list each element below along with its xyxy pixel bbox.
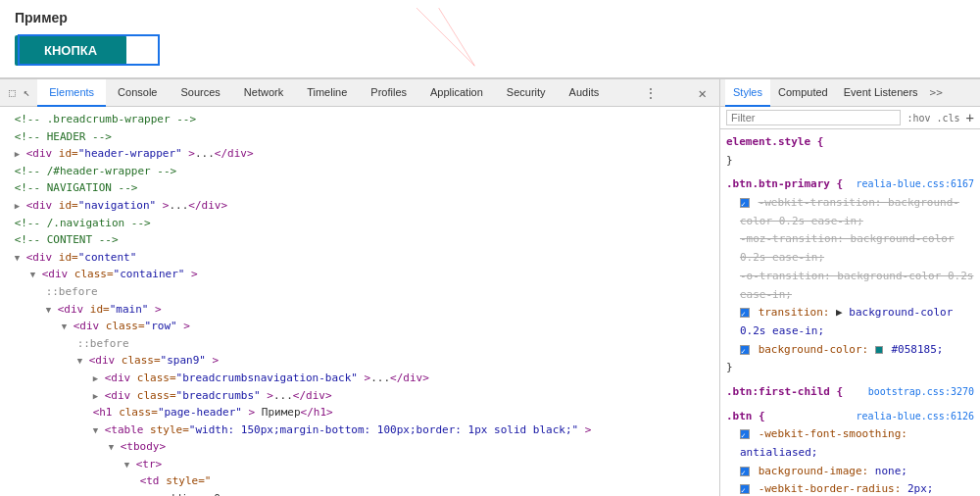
html-line: <h1 class="page-header" > Пример</h1> xyxy=(0,404,719,422)
html-line: ▶ <div class="breadcrumbs" >...</div> xyxy=(0,387,719,405)
html-line: ▼ <div class="span9" > xyxy=(0,352,719,370)
html-line: ▼ <tr> xyxy=(0,456,719,473)
tab-security[interactable]: Security xyxy=(495,79,558,107)
styles-filter: :hov .cls + xyxy=(720,107,980,129)
html-line: <!-- .breadcrumb-wrapper --> xyxy=(0,111,719,128)
html-line: ▼ <div id="main" > xyxy=(0,301,719,319)
html-line: <!-- /.navigation --> xyxy=(0,215,719,232)
more-styles-icon[interactable]: >> xyxy=(930,86,943,99)
preview-area: Пример КНОПКА xyxy=(0,0,980,78)
more-tabs-icon[interactable]: ⋮ xyxy=(636,81,665,105)
html-line: <!-- /#header-wrapper --> xyxy=(0,163,719,180)
style-rule-btn: .btn { realia-blue.css:6126 -webkit-font… xyxy=(726,408,974,496)
filter-input[interactable] xyxy=(726,110,901,125)
tab-sources[interactable]: Sources xyxy=(169,79,231,107)
devtools-tabs: ⬚ ↖ Elements Console Sources Network Tim… xyxy=(0,79,719,107)
tab-computed[interactable]: Computed xyxy=(770,79,836,107)
filter-hint: :hov .cls xyxy=(906,113,959,124)
prop-checkbox[interactable] xyxy=(740,429,750,439)
tab-event-listeners[interactable]: Event Listeners xyxy=(836,79,926,107)
html-line: <!-- NAVIGATION --> xyxy=(0,179,719,197)
preview-title: Пример xyxy=(15,10,965,25)
tab-application[interactable]: Application xyxy=(418,79,495,107)
prop-checkbox[interactable] xyxy=(740,345,750,355)
tab-network[interactable]: Network xyxy=(232,79,295,107)
prop-checkbox[interactable] xyxy=(740,198,750,208)
html-line: ▶ <div class="breadcrumbsnavigation-back… xyxy=(0,370,719,387)
elements-panel: ⬚ ↖ Elements Console Sources Network Tim… xyxy=(0,79,720,496)
close-devtools-icon[interactable]: ✕ xyxy=(691,81,714,105)
style-rule-element: element.style { } xyxy=(726,133,974,170)
cursor-icon[interactable]: ↖ xyxy=(20,86,34,99)
color-swatch[interactable] xyxy=(875,346,883,354)
html-line: padding: 0px; xyxy=(0,490,719,496)
html-line: ::before xyxy=(0,283,719,301)
html-line: ▶ <div id="header-wrapper" >...</div> xyxy=(0,145,719,163)
devtools-container: ⬚ ↖ Elements Console Sources Network Tim… xyxy=(0,78,980,496)
styles-panel: Styles Computed Event Listeners >> :hov … xyxy=(720,79,980,496)
tab-console[interactable]: Console xyxy=(106,79,169,107)
prop-checkbox[interactable] xyxy=(740,467,750,476)
prop-checkbox[interactable] xyxy=(740,308,750,318)
tab-audits[interactable]: Audits xyxy=(558,79,612,107)
html-line: ::before xyxy=(0,335,719,353)
html-line: ▼ <div class="row" > xyxy=(0,318,719,335)
styles-content[interactable]: element.style { } .btn.btn-primary { rea… xyxy=(720,129,980,496)
tab-elements[interactable]: Elements xyxy=(37,79,106,107)
preview-button[interactable]: КНОПКА xyxy=(15,35,126,66)
style-rule-btn-first-child: .btn:first-child { bootstrap.css:3270 xyxy=(726,383,974,402)
html-line: <!-- HEADER --> xyxy=(0,128,719,146)
html-line: ▼ <div class="container" > xyxy=(0,266,719,283)
html-line: ▼ <tbody> xyxy=(0,438,719,456)
html-line: ▼ <div id="content" xyxy=(0,249,719,267)
tab-styles[interactable]: Styles xyxy=(725,79,770,107)
tab-timeline[interactable]: Timeline xyxy=(295,79,359,107)
styles-tabs: Styles Computed Event Listeners >> xyxy=(720,79,980,107)
html-line: <td style=" xyxy=(0,472,719,490)
prop-checkbox[interactable] xyxy=(740,484,750,494)
tab-profiles[interactable]: Profiles xyxy=(359,79,418,107)
html-line: ▶ <div id="navigation" >...</div> xyxy=(0,197,719,215)
html-line: ▼ <table style="width: 150px;margin-bott… xyxy=(0,422,719,439)
inspect-icon[interactable]: ⬚ xyxy=(5,86,20,99)
elements-content[interactable]: <!-- .breadcrumb-wrapper --> <!-- HEADER… xyxy=(0,107,719,496)
html-line: <!-- CONTENT --> xyxy=(0,231,719,249)
add-style-icon[interactable]: + xyxy=(966,110,974,125)
style-rule-btn-primary: .btn.btn-primary { realia-blue.css:6167 … xyxy=(726,175,974,377)
